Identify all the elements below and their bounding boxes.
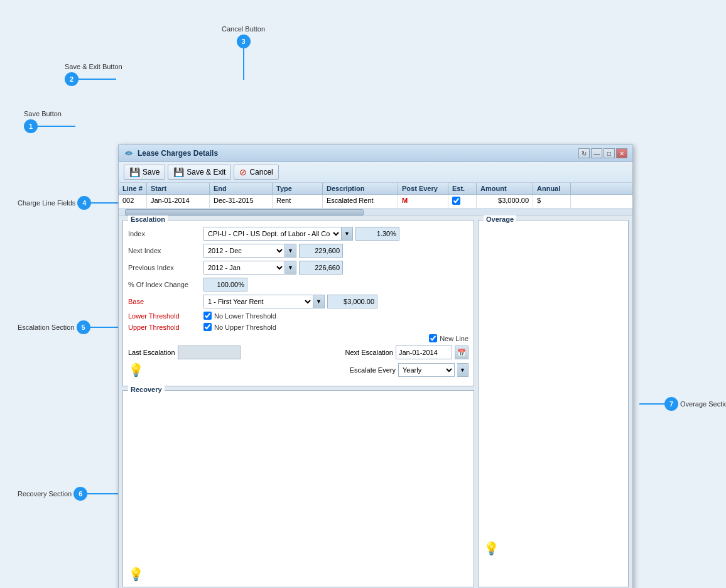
escalation-section-annotation-label: Escalation Section bbox=[18, 324, 75, 331]
col-header-description: Description bbox=[323, 183, 398, 194]
charge-line-fields-annotation-label: Charge Line Fields bbox=[18, 199, 75, 207]
cell-post-every: M bbox=[398, 195, 448, 208]
save-button[interactable]: 💾 Save bbox=[124, 165, 165, 180]
escalation-lightbulb-icon: 💡 bbox=[128, 362, 144, 378]
prev-index-label: Previous Index bbox=[128, 264, 203, 271]
col-header-annual: Annual bbox=[533, 183, 571, 194]
cancel-button-annotation-bubble: 3 bbox=[237, 35, 251, 48]
base-dropdown-btn[interactable]: ▼ bbox=[313, 295, 325, 308]
col-header-est: Est. bbox=[448, 183, 477, 194]
escalation-section-annotation-bubble: 5 bbox=[77, 320, 90, 334]
prev-index-row: Previous Index 2012 - Jan ▼ bbox=[128, 261, 469, 275]
recovery-section-label: Recovery bbox=[128, 386, 165, 393]
col-header-start: Start bbox=[147, 183, 210, 194]
recovery-lightbulb-icon: 💡 bbox=[128, 567, 144, 581]
col-header-amount: Amount bbox=[477, 183, 533, 194]
minimize-button[interactable]: — bbox=[591, 148, 602, 158]
cancel-button[interactable]: ⊘ Cancel bbox=[234, 165, 278, 180]
save-exit-annotation-bubble: 2 bbox=[65, 72, 79, 86]
base-select[interactable]: 1 - First Year Rent bbox=[203, 295, 313, 308]
recovery-section-annotation-bubble: 6 bbox=[73, 487, 87, 501]
lower-threshold-checkbox[interactable] bbox=[203, 312, 212, 320]
cell-annual: $ bbox=[533, 195, 571, 208]
overage-lightbulb-icon: 💡 bbox=[484, 542, 499, 555]
title-bar: Lease Charges Details ↻ — □ ✕ bbox=[119, 145, 632, 162]
scrollbar-thumb[interactable] bbox=[125, 209, 364, 215]
next-index-num-input[interactable] bbox=[299, 244, 343, 258]
pct-change-input[interactable] bbox=[203, 278, 247, 291]
dialog-title: Lease Charges Details bbox=[138, 149, 218, 158]
last-escalation-label: Last Escalation bbox=[128, 349, 175, 356]
cancel-button-annotation-label: Cancel Button bbox=[222, 25, 265, 33]
next-escalation-calendar-btn[interactable]: 📅 bbox=[455, 346, 469, 359]
next-escalation-input[interactable] bbox=[396, 346, 452, 359]
next-escalation-label: Next Escalation bbox=[345, 349, 393, 356]
next-index-label: Next Index bbox=[128, 247, 203, 254]
cell-line: 002 bbox=[119, 195, 147, 208]
upper-threshold-row: Upper Threshold No Upper Threshold bbox=[128, 323, 469, 331]
prev-index-select[interactable]: 2012 - Jan bbox=[203, 261, 285, 275]
save-exit-button[interactable]: 💾 Save & Exit bbox=[168, 165, 231, 180]
dialog-window: Lease Charges Details ↻ — □ ✕ 💾 Save 💾 S… bbox=[118, 144, 633, 588]
index-dropdown-btn[interactable]: ▼ bbox=[342, 227, 353, 241]
base-amount-input[interactable] bbox=[327, 295, 377, 308]
table-row[interactable]: 002 Jan-01-2014 Dec-31-2015 Rent Escalat… bbox=[119, 195, 632, 209]
save-icon: 💾 bbox=[129, 167, 140, 177]
save-label: Save bbox=[143, 168, 160, 177]
cell-description: Escalated Rent bbox=[323, 195, 398, 208]
charge-line-fields-annotation-bubble: 4 bbox=[77, 196, 91, 210]
pct-change-row: % Of Index Change bbox=[128, 278, 469, 291]
save-exit-icon: 💾 bbox=[173, 167, 184, 177]
index-select[interactable]: CPI-U - CPI - US Dept. of Labor - All Co… bbox=[203, 227, 342, 241]
close-button[interactable]: ✕ bbox=[616, 148, 627, 158]
index-pct-input[interactable] bbox=[355, 227, 399, 241]
escalate-every-label: Escalate Every bbox=[350, 366, 396, 374]
new-line-label: New Line bbox=[440, 335, 469, 342]
col-header-line: Line # bbox=[119, 183, 147, 194]
col-header-type: Type bbox=[273, 183, 323, 194]
overage-section-annotation-bubble: 7 bbox=[664, 397, 678, 411]
prev-index-num-input[interactable] bbox=[299, 261, 343, 275]
escalation-section: Escalation Index CPI-U - CPI - US Dept. … bbox=[122, 220, 474, 386]
grid-header: Line # Start End Type Description Post E… bbox=[119, 183, 632, 195]
app-logo-icon bbox=[124, 148, 134, 158]
toolbar: 💾 Save 💾 Save & Exit ⊘ Cancel bbox=[119, 162, 632, 183]
overage-section-label: Overage bbox=[484, 215, 516, 223]
cell-start: Jan-01-2014 bbox=[147, 195, 210, 208]
upper-threshold-checkbox[interactable] bbox=[203, 323, 212, 331]
new-line-checkbox[interactable] bbox=[429, 334, 437, 342]
cell-end: Dec-31-2015 bbox=[210, 195, 273, 208]
refresh-button[interactable]: ↻ bbox=[578, 148, 590, 158]
col-header-post: Post Every bbox=[398, 183, 448, 194]
lower-threshold-label: Lower Threshold bbox=[128, 312, 203, 320]
last-escalation-input[interactable] bbox=[178, 346, 241, 359]
escalate-every-dropdown-btn[interactable]: ▼ bbox=[457, 363, 469, 377]
est-checkbox[interactable] bbox=[452, 197, 460, 205]
recovery-section-annotation-label: Recovery Section bbox=[18, 490, 72, 498]
recovery-section: Recovery 💡 bbox=[122, 390, 474, 587]
upper-threshold-text: No Upper Threshold bbox=[214, 324, 276, 331]
prev-index-dropdown-btn[interactable]: ▼ bbox=[285, 261, 296, 275]
cell-type: Rent bbox=[273, 195, 323, 208]
col-header-end: End bbox=[210, 183, 273, 194]
lower-threshold-row: Lower Threshold No Lower Threshold bbox=[128, 312, 469, 320]
save-exit-label: Save & Exit bbox=[187, 168, 225, 177]
cell-amount: $3,000.00 bbox=[477, 195, 533, 208]
save-button-annotation-bubble: 1 bbox=[24, 119, 38, 133]
overage-section: Overage 💡 bbox=[478, 220, 629, 587]
next-index-dropdown-btn[interactable]: ▼ bbox=[285, 244, 296, 258]
escalate-every-select[interactable]: Yearly bbox=[398, 363, 455, 377]
next-index-select[interactable]: 2012 - Dec bbox=[203, 244, 285, 258]
escalation-section-label: Escalation bbox=[128, 215, 168, 223]
overage-section-annotation-label: Overage Section bbox=[680, 400, 726, 408]
index-row: Index CPI-U - CPI - US Dept. of Labor - … bbox=[128, 227, 469, 241]
save-button-annotation-label: Save Button bbox=[24, 110, 62, 117]
base-label: Base bbox=[128, 298, 203, 305]
save-exit-annotation-label: Save & Exit Button bbox=[65, 63, 122, 70]
upper-threshold-label: Upper Threshold bbox=[128, 324, 203, 331]
index-label: Index bbox=[128, 230, 203, 237]
horizontal-scrollbar[interactable] bbox=[119, 209, 632, 216]
cancel-icon: ⊘ bbox=[239, 167, 247, 177]
cell-est bbox=[448, 195, 477, 208]
restore-button[interactable]: □ bbox=[604, 148, 615, 158]
